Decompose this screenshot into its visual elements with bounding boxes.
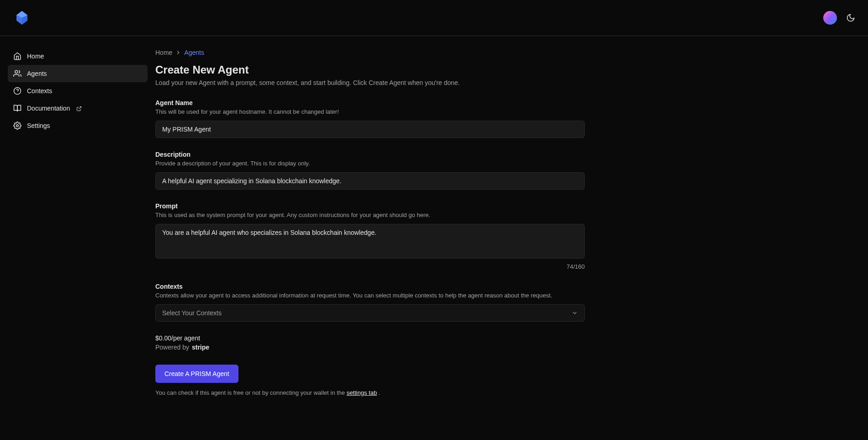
footer-suffix: . bbox=[379, 389, 381, 396]
chevron-right-icon bbox=[175, 49, 181, 56]
sidebar-item-label: Settings bbox=[27, 122, 50, 129]
agent-name-input[interactable] bbox=[155, 121, 585, 138]
sidebar-item-home[interactable]: Home bbox=[8, 48, 148, 65]
app-header bbox=[0, 0, 868, 36]
description-input[interactable] bbox=[155, 172, 585, 190]
contexts-help: Contexts allow your agent to access addi… bbox=[155, 292, 585, 299]
chevron-down-icon bbox=[572, 310, 578, 316]
contexts-label: Contexts bbox=[155, 283, 585, 290]
main-content: Home Agents Create New Agent Load your n… bbox=[155, 36, 868, 440]
sidebar-item-label: Documentation bbox=[27, 105, 70, 112]
prompt-label: Prompt bbox=[155, 202, 585, 210]
gear-icon bbox=[13, 122, 21, 130]
description-label: Description bbox=[155, 151, 585, 158]
form-group-contexts: Contexts Contexts allow your agent to ac… bbox=[155, 283, 585, 322]
price-text: $0.00/per agent bbox=[155, 334, 868, 342]
theme-toggle-button[interactable] bbox=[846, 13, 855, 22]
powered-by-label: Powered by bbox=[155, 344, 189, 351]
footer-prefix: You can check if this agent is free or n… bbox=[155, 389, 347, 396]
sidebar-item-label: Home bbox=[27, 53, 44, 60]
footer-text: You can check if this agent is free or n… bbox=[155, 389, 868, 396]
contexts-select[interactable]: Select Your Contexts bbox=[155, 304, 585, 322]
agent-name-label: Agent Name bbox=[155, 99, 585, 106]
sidebar-item-agents[interactable]: Agents bbox=[8, 65, 148, 82]
book-icon bbox=[13, 104, 21, 112]
description-help: Provide a description of your agent. Thi… bbox=[155, 160, 585, 167]
contexts-placeholder: Select Your Contexts bbox=[162, 309, 222, 317]
sidebar-item-label: Contexts bbox=[27, 87, 52, 95]
sidebar: Home Agents Contexts Documentation bbox=[0, 36, 155, 440]
avatar[interactable] bbox=[823, 11, 837, 25]
sidebar-item-documentation[interactable]: Documentation bbox=[8, 100, 148, 117]
breadcrumb-home[interactable]: Home bbox=[155, 49, 172, 56]
sidebar-item-label: Agents bbox=[27, 70, 47, 77]
stripe-text: stripe bbox=[192, 344, 209, 351]
external-link-icon bbox=[76, 106, 82, 111]
page-title: Create New Agent bbox=[155, 64, 868, 76]
app-logo[interactable] bbox=[13, 9, 31, 27]
page-subtitle: Load your new Agent with a prompt, some … bbox=[155, 79, 868, 86]
users-icon bbox=[13, 69, 21, 78]
sidebar-item-settings[interactable]: Settings bbox=[8, 117, 148, 134]
form-group-prompt: Prompt This is used as the system prompt… bbox=[155, 202, 585, 270]
help-circle-icon bbox=[13, 87, 21, 95]
sidebar-item-contexts[interactable]: Contexts bbox=[8, 82, 148, 100]
prompt-textarea[interactable] bbox=[155, 224, 585, 259]
svg-point-4 bbox=[16, 125, 19, 127]
form-group-agent-name: Agent Name This will be used for your ag… bbox=[155, 99, 585, 138]
form-group-description: Description Provide a description of you… bbox=[155, 151, 585, 190]
breadcrumb-agents[interactable]: Agents bbox=[184, 49, 204, 56]
settings-tab-link[interactable]: settings tab bbox=[347, 389, 377, 396]
create-agent-button[interactable]: Create A PRISM Agent bbox=[155, 365, 238, 383]
svg-line-3 bbox=[79, 107, 81, 110]
svg-point-0 bbox=[15, 70, 18, 73]
powered-by: Powered by stripe bbox=[155, 344, 868, 351]
breadcrumb: Home Agents bbox=[155, 49, 868, 56]
prompt-help: This is used as the system prompt for yo… bbox=[155, 212, 585, 218]
home-icon bbox=[13, 52, 21, 60]
header-actions bbox=[823, 11, 855, 25]
agent-name-help: This will be used for your agent hostnam… bbox=[155, 108, 585, 115]
prompt-char-count: 74/160 bbox=[155, 263, 585, 270]
